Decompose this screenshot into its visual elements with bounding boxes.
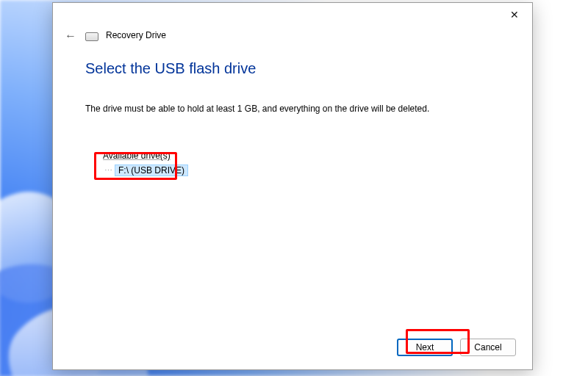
dialog-title: Recovery Drive [106,30,166,40]
cancel-button[interactable]: Cancel [460,339,516,356]
available-drives-section: Available drive(s) ⋯ F:\ (USB DRIVE) [101,151,507,177]
drive-icon [85,32,98,41]
recovery-drive-dialog: ✕ ← Recovery Drive Select the USB flash … [52,2,533,370]
dialog-footer: Next Cancel [397,339,516,356]
drive-list-item[interactable]: ⋯ F:\ (USB DRIVE) [101,164,507,177]
instruction-text: The drive must be able to hold at least … [85,104,507,114]
next-button[interactable]: Next [397,339,453,356]
drive-entry-selected[interactable]: F:\ (USB DRIVE) [115,164,188,176]
available-drives-label: Available drive(s) [101,151,507,161]
close-icon: ✕ [510,9,519,21]
dialog-content: Select the USB flash drive The drive mus… [85,60,507,177]
back-button[interactable]: ← [63,29,78,43]
page-title: Select the USB flash drive [85,60,507,77]
close-button[interactable]: ✕ [498,4,531,25]
dialog-header: ← Recovery Drive [63,28,166,43]
tree-branch-icon: ⋯ [104,166,115,176]
